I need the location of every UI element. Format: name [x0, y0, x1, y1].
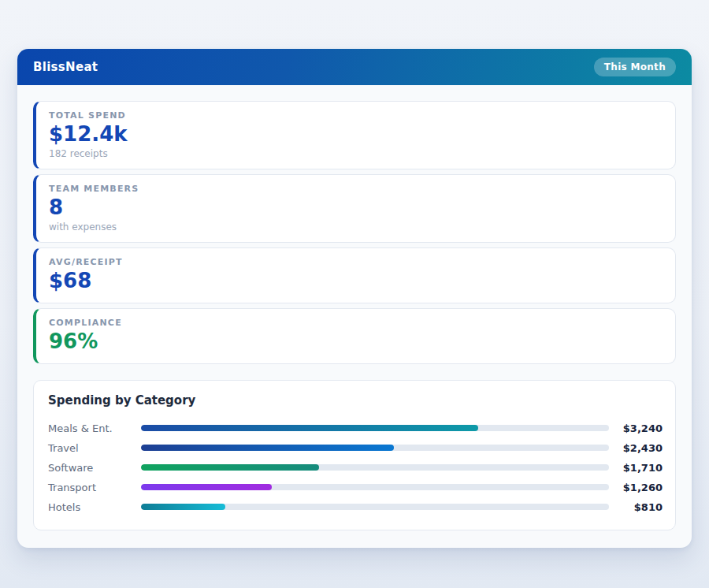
chart-row: Transport$1,260: [46, 478, 663, 497]
dashboard-panel: BlissNeat This Month TOTAL SPEND $12.4k …: [17, 49, 692, 548]
chart-bar-track: [141, 484, 609, 490]
chart-value-label: $1,710: [609, 462, 663, 474]
chart-category-label: Meals & Ent.: [46, 422, 141, 434]
chart-category-label: Hotels: [46, 501, 141, 513]
stat-label: COMPLIANCE: [49, 318, 663, 328]
chart-row: Hotels$810: [46, 497, 663, 517]
app-header: BlissNeat This Month: [17, 49, 692, 85]
stat-value: $68: [49, 270, 663, 293]
spending-by-category-chart: Spending by Category Meals & Ent.$3,240T…: [33, 380, 676, 530]
stat-subtext: 182 receipts: [49, 148, 663, 159]
stat-card-total-spend: TOTAL SPEND $12.4k 182 receipts: [33, 101, 676, 169]
chart-bar-fill: [141, 484, 272, 490]
chart-category-label: Travel: [46, 442, 141, 454]
app-title: BlissNeat: [33, 60, 98, 74]
stat-subtext: with expenses: [49, 221, 663, 233]
chart-value-label: $2,430: [609, 442, 663, 454]
chart-category-label: Software: [46, 462, 141, 474]
chart-rows: Meals & Ent.$3,240Travel$2,430Software$1…: [46, 419, 663, 517]
chart-bar-fill: [141, 504, 225, 510]
chart-row: Software$1,710: [46, 458, 663, 478]
chart-bar-fill: [141, 425, 478, 431]
chart-bar-track: [141, 445, 609, 451]
chart-row: Travel$2,430: [46, 438, 663, 458]
chart-category-label: Transport: [46, 482, 141, 493]
chart-title: Spending by Category: [48, 393, 663, 408]
stat-label: AVG/RECEIPT: [49, 257, 663, 267]
stat-value: 8: [49, 196, 663, 220]
chart-value-label: $1,260: [609, 482, 663, 493]
period-badge[interactable]: This Month: [594, 58, 676, 76]
stat-label: TOTAL SPEND: [49, 110, 663, 121]
chart-value-label: $810: [609, 501, 663, 513]
stat-card-avg-receipt: AVG/RECEIPT $68: [33, 247, 676, 303]
chart-bar-track: [141, 464, 609, 471]
stat-card-compliance: COMPLIANCE 96%: [33, 308, 676, 364]
chart-bar-fill: [141, 445, 394, 451]
chart-bar-fill: [141, 464, 319, 471]
chart-value-label: $3,240: [609, 422, 663, 434]
chart-row: Meals & Ent.$3,240: [46, 419, 663, 438]
dashboard-body: TOTAL SPEND $12.4k 182 receipts TEAM MEM…: [17, 85, 692, 548]
stat-card-team-members: TEAM MEMBERS 8 with expenses: [33, 174, 676, 243]
chart-bar-track: [141, 504, 609, 510]
stat-label: TEAM MEMBERS: [49, 184, 663, 194]
chart-bar-track: [141, 425, 609, 431]
stat-value: $12.4k: [49, 123, 663, 147]
stat-value: 96%: [49, 330, 663, 354]
